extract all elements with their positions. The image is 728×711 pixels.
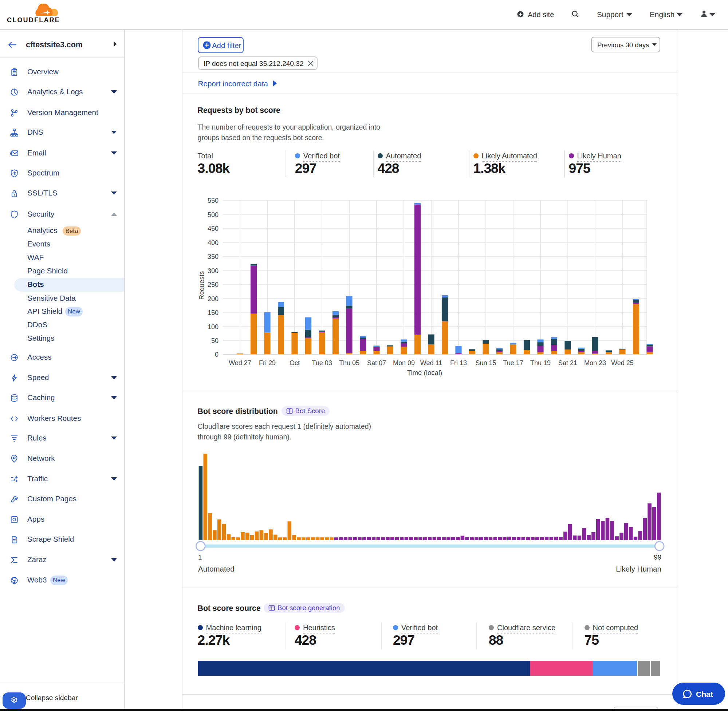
svg-text:Fri 29: Fri 29 bbox=[259, 359, 276, 367]
svg-text:50: 50 bbox=[211, 337, 219, 344]
svg-text:Automated: Automated bbox=[198, 565, 235, 573]
svg-text:0: 0 bbox=[215, 351, 219, 358]
svg-text:Mon 09: Mon 09 bbox=[393, 359, 415, 367]
svg-text:550: 550 bbox=[208, 197, 219, 204]
svg-text:Requests: Requests bbox=[198, 271, 205, 300]
svg-text:200: 200 bbox=[208, 295, 219, 302]
svg-text:Thu 19: Thu 19 bbox=[530, 359, 551, 367]
svg-text:Sun 15: Sun 15 bbox=[475, 359, 496, 367]
svg-text:300: 300 bbox=[208, 267, 219, 274]
svg-text:500: 500 bbox=[208, 211, 219, 218]
svg-text:Wed 11: Wed 11 bbox=[420, 359, 442, 367]
svg-text:250: 250 bbox=[208, 281, 219, 288]
svg-text:Time (local): Time (local) bbox=[407, 369, 442, 376]
svg-text:Sat 21: Sat 21 bbox=[558, 359, 577, 367]
svg-text:150: 150 bbox=[208, 309, 219, 316]
svg-text:Wed 27: Wed 27 bbox=[229, 359, 251, 367]
svg-text:Tue 03: Tue 03 bbox=[312, 359, 332, 367]
svg-text:350: 350 bbox=[208, 253, 219, 260]
svg-text:1: 1 bbox=[198, 553, 202, 561]
svg-text:99: 99 bbox=[654, 553, 662, 561]
svg-text:Oct: Oct bbox=[289, 359, 300, 367]
svg-text:400: 400 bbox=[208, 239, 219, 246]
svg-text:Tue 17: Tue 17 bbox=[503, 359, 523, 367]
svg-text:Sat 07: Sat 07 bbox=[367, 359, 386, 367]
svg-text:Thu 05: Thu 05 bbox=[339, 359, 359, 367]
svg-text:450: 450 bbox=[208, 225, 219, 232]
svg-text:Likely Human: Likely Human bbox=[616, 565, 662, 573]
svg-text:100: 100 bbox=[208, 323, 219, 330]
svg-text:Mon 23: Mon 23 bbox=[584, 359, 606, 367]
svg-text:Fri 13: Fri 13 bbox=[450, 359, 467, 367]
svg-text:Wed 25: Wed 25 bbox=[611, 359, 633, 367]
